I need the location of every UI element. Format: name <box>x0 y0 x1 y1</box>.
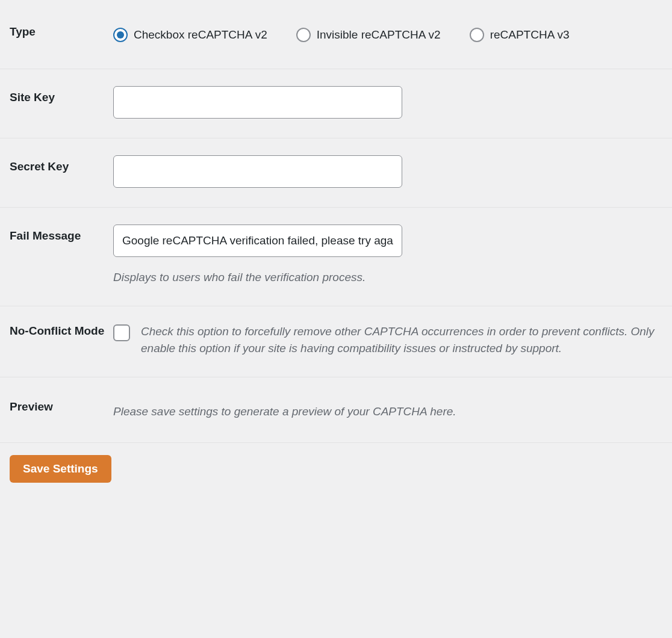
radio-label: Checkbox reCAPTCHA v2 <box>134 28 267 42</box>
label-preview: Preview <box>10 399 113 413</box>
preview-text: Please save settings to generate a previ… <box>113 399 662 418</box>
save-settings-button[interactable]: Save Settings <box>10 455 111 483</box>
radio-group-type: Checkbox reCAPTCHA v2 Invisible reCAPTCH… <box>113 24 662 42</box>
label-site-key: Site Key <box>10 86 113 104</box>
field-site-key <box>113 86 662 119</box>
secret-key-input[interactable] <box>113 155 402 188</box>
radio-icon <box>296 28 311 42</box>
no-conflict-checkbox[interactable] <box>113 324 130 341</box>
row-type: Type Checkbox reCAPTCHA v2 Invisible reC… <box>0 0 672 69</box>
radio-invisible-v2[interactable]: Invisible reCAPTCHA v2 <box>296 28 441 42</box>
field-secret-key <box>113 155 662 188</box>
label-type: Type <box>10 24 113 39</box>
label-secret-key: Secret Key <box>10 155 113 173</box>
label-fail-message: Fail Message <box>10 225 113 243</box>
radio-label: reCAPTCHA v3 <box>490 28 570 42</box>
label-no-conflict: No-Conflict Mode <box>10 323 113 338</box>
fail-message-input[interactable] <box>113 225 402 257</box>
row-no-conflict: No-Conflict Mode Check this option to fo… <box>0 306 672 377</box>
field-type: Checkbox reCAPTCHA v2 Invisible reCAPTCH… <box>113 24 662 42</box>
row-preview: Preview Please save settings to generate… <box>0 377 672 443</box>
settings-form: Type Checkbox reCAPTCHA v2 Invisible reC… <box>0 0 672 443</box>
field-no-conflict: Check this option to forcefully remove o… <box>113 323 662 358</box>
site-key-input[interactable] <box>113 86 402 119</box>
radio-icon <box>113 28 128 42</box>
field-preview: Please save settings to generate a previ… <box>113 399 662 418</box>
row-site-key: Site Key <box>0 69 672 138</box>
no-conflict-description: Check this option to forcefully remove o… <box>141 323 662 358</box>
radio-label: Invisible reCAPTCHA v2 <box>317 28 441 42</box>
fail-message-description: Displays to users who fail the verificat… <box>113 269 662 286</box>
radio-v3[interactable]: reCAPTCHA v3 <box>470 28 570 42</box>
row-secret-key: Secret Key <box>0 138 672 208</box>
row-fail-message: Fail Message Displays to users who fail … <box>0 208 672 306</box>
checkbox-row: Check this option to forcefully remove o… <box>113 323 662 358</box>
radio-icon <box>470 28 484 42</box>
field-fail-message: Displays to users who fail the verificat… <box>113 225 662 286</box>
radio-checkbox-v2[interactable]: Checkbox reCAPTCHA v2 <box>113 28 267 42</box>
